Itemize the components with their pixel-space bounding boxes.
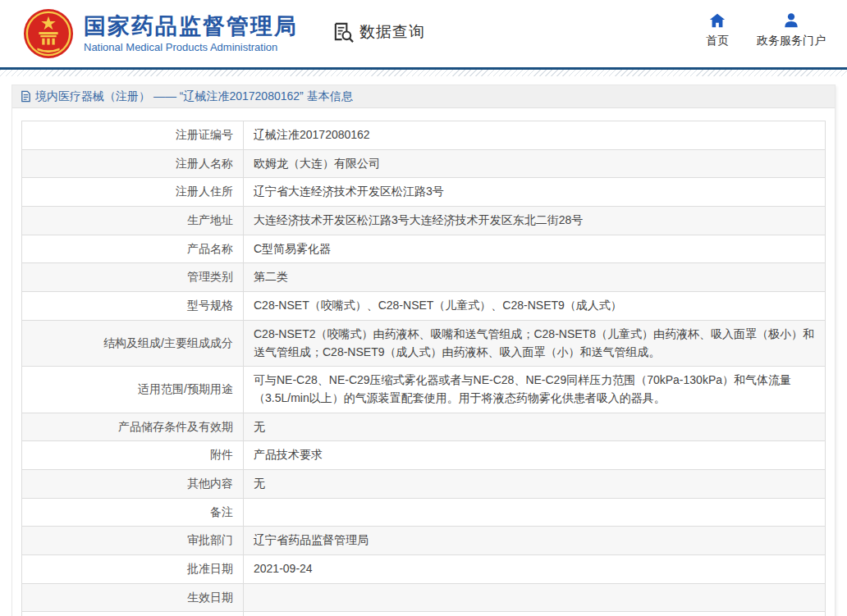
row-label: 型号规格 (22, 292, 244, 321)
row-label: 备注 (22, 498, 244, 527)
row-label: 其他内容 (22, 469, 244, 498)
table-row: 型号规格C28-NSET（咬嘴式）、C28-NSET（儿童式）、C28-NSET… (22, 292, 826, 321)
document-icon (20, 90, 32, 103)
table-row: 批准日期2021-09-24 (22, 555, 826, 584)
row-label: 注册证编号 (22, 121, 244, 150)
registration-info-table: 注册证编号辽械注准20172080162 注册人名称欧姆龙（大连）有限公司 注册… (21, 121, 826, 616)
row-label: 注册人名称 (22, 149, 244, 178)
row-value: 可与NE-C28、NE-C29压缩式雾化器或者与NE-C28、NE-C29同样压… (244, 367, 826, 413)
nav-item-home[interactable]: 首页 (706, 11, 729, 48)
site-subtitle: National Medical Products Administration (84, 41, 298, 53)
breadcrumb-text: 境内医疗器械（注册） —— “辽械注准20172080162” 基本信息 (35, 89, 353, 104)
row-value: C28-NSET（咬嘴式）、C28-NSET（儿童式）、C28-NSET9（成人… (244, 292, 826, 321)
row-value: 无 (244, 469, 826, 498)
table-row: 产品名称C型简易雾化器 (22, 235, 826, 263)
table-row: 其他内容无 (22, 469, 826, 498)
table-row: 生产地址大连经济技术开发区松江路3号大连经济技术开发区东北二街28号 (22, 207, 826, 235)
row-value: 大连经济技术开发区松江路3号大连经济技术开发区东北二街28号 (244, 207, 826, 235)
row-label: 有效期至 (22, 612, 244, 616)
row-value: C28-NSET2（咬嘴式）由药液杯、吸嘴和送气管组成；C28-NSET8（儿童… (244, 320, 826, 366)
row-value: 第二类 (244, 263, 826, 292)
user-icon (782, 11, 800, 30)
table-row: 生效日期 (22, 583, 826, 612)
row-value: 辽宁省大连经济技术开发区松江路3号 (244, 178, 826, 207)
nav-home-label: 首页 (706, 34, 729, 48)
row-label: 产品储存条件及有效期 (22, 413, 244, 441)
row-value (244, 583, 826, 612)
site-title: 国家药品监督管理局 (84, 14, 298, 39)
row-value: 2021-09-24 (244, 555, 826, 584)
row-label: 批准日期 (22, 555, 244, 584)
table-row: 备注 (22, 498, 826, 527)
row-value: 辽宁省药品监督管理局 (244, 527, 826, 555)
home-icon (708, 11, 726, 30)
row-value (244, 498, 826, 527)
table-row: 适用范围/预期用途可与NE-C28、NE-C29压缩式雾化器或者与NE-C28、… (22, 367, 826, 413)
row-label: 附件 (22, 441, 244, 470)
hatch-strip (0, 70, 847, 76)
table-row: 注册人住所辽宁省大连经济技术开发区松江路3号 (22, 178, 826, 207)
nav-portal-label: 政务服务门户 (757, 34, 826, 48)
row-label: 适用范围/预期用途 (22, 367, 244, 413)
table-row: 审批部门辽宁省药品监督管理局 (22, 527, 826, 555)
table-row: 有效期至2026-09-23 (22, 612, 826, 616)
row-label: 生产地址 (22, 207, 244, 235)
row-value: 无 (244, 413, 826, 441)
nav-item-service-portal[interactable]: 政务服务门户 (757, 11, 826, 48)
data-query-section[interactable]: 数据查询 (332, 21, 425, 43)
row-label: 管理类别 (22, 263, 244, 292)
brand-block: 国家药品监督管理局 National Medical Products Admi… (84, 14, 298, 53)
row-label: 注册人住所 (22, 178, 244, 207)
page-header: 国家药品监督管理局 National Medical Products Admi… (0, 0, 847, 67)
content-panel: 境内医疗器械（注册） —— “辽械注准20172080162” 基本信息 注册证… (11, 84, 836, 616)
row-label: 结构及组成/主要组成成分 (22, 320, 244, 366)
table-row: 附件产品技术要求 (22, 441, 826, 470)
national-emblem-logo (23, 8, 74, 59)
document-search-icon (332, 21, 355, 43)
table-row: 管理类别第二类 (22, 263, 826, 292)
row-label: 产品名称 (22, 235, 244, 263)
row-value: 产品技术要求 (244, 441, 826, 470)
table-row: 产品储存条件及有效期无 (22, 413, 826, 441)
breadcrumb: 境内医疗器械（注册） —— “辽械注准20172080162” 基本信息 (12, 85, 835, 108)
table-row: 注册证编号辽械注准20172080162 (22, 121, 826, 150)
row-label: 审批部门 (22, 527, 244, 555)
row-value: 欧姆龙（大连）有限公司 (244, 149, 826, 178)
top-nav: 首页 政务服务门户 (706, 11, 826, 48)
data-query-label: 数据查询 (359, 21, 425, 43)
row-value: 2026-09-23 (244, 612, 826, 616)
row-value: 辽械注准20172080162 (244, 121, 826, 150)
table-row: 结构及组成/主要组成成分C28-NSET2（咬嘴式）由药液杯、吸嘴和送气管组成；… (22, 320, 826, 366)
table-row: 注册人名称欧姆龙（大连）有限公司 (22, 149, 826, 178)
row-value: C型简易雾化器 (244, 235, 826, 263)
row-label: 生效日期 (22, 583, 244, 612)
